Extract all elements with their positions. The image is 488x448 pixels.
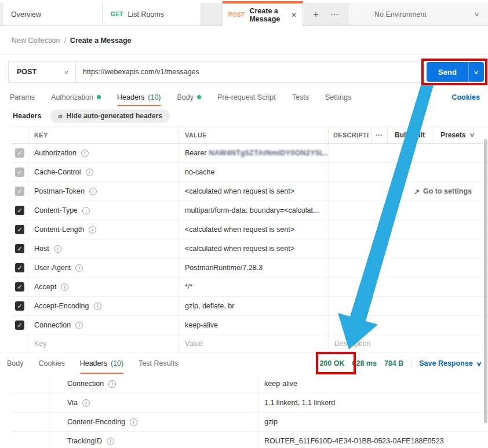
chevron-down-icon: ∨ (474, 69, 479, 75)
postman-window: Overview GET List Rooms POST Create a Me… (0, 0, 488, 448)
response-tab-body[interactable]: Body (7, 352, 24, 374)
tab-label: Headers (80, 359, 107, 367)
row-checkbox[interactable] (15, 187, 24, 196)
column-value: VALUE (179, 126, 328, 143)
go-to-settings-link[interactable]: ↗ Go to settings (413, 187, 472, 196)
header-key: Postman-Token (34, 187, 85, 195)
tab-options-icon[interactable]: ••• (326, 3, 344, 26)
row-checkbox[interactable] (15, 244, 24, 253)
request-tabs: Params Authorization Headers(10) Body Pr… (0, 88, 488, 107)
row-checkbox[interactable] (15, 225, 24, 234)
close-tab-icon[interactable]: ✕ (291, 11, 297, 19)
info-icon: i (54, 245, 61, 253)
hide-headers-label: Hide auto-generated headers (67, 112, 162, 120)
header-value: no-cache (185, 168, 214, 176)
tab-label: Create a Message (249, 7, 285, 23)
tab-label: Tests (292, 93, 309, 101)
chevron-down-icon: ∨ (469, 132, 475, 138)
value-input-placeholder[interactable]: Value (185, 340, 203, 348)
tab-label: Test Results (139, 359, 178, 367)
table-row: Content-Lengthi <calculated when request… (12, 220, 488, 239)
chevron-down-icon: ∨ (63, 69, 69, 75)
tab-tests[interactable]: Tests (292, 88, 309, 107)
header-value: gzip, deflate, br (185, 302, 234, 310)
info-icon: i (75, 322, 83, 329)
row-checkbox[interactable] (15, 167, 24, 177)
tab-params[interactable]: Params (10, 88, 35, 107)
response-headers-count: (10) (111, 359, 123, 367)
presets-dropdown[interactable]: Presets∨ (432, 126, 488, 143)
method-label: POST (17, 68, 37, 76)
row-checkbox[interactable] (15, 148, 24, 158)
description-input-placeholder[interactable]: Description (334, 340, 371, 348)
header-value: */* (185, 283, 192, 291)
send-options-button[interactable]: ∨ (468, 62, 484, 82)
select-all-column (12, 126, 28, 143)
tab-create-a-message[interactable]: POST Create a Message ✕ (222, 1, 303, 26)
row-checkbox[interactable] (15, 206, 24, 215)
post-method-badge: POST (228, 12, 245, 18)
tab-label: Pre-request Script (217, 93, 276, 101)
header-key: TrackingID (67, 437, 102, 445)
tab-pre-request-script[interactable]: Pre-request Script (217, 88, 276, 107)
headers-section-title: Headers (13, 112, 41, 120)
row-checkbox[interactable] (15, 282, 24, 292)
info-icon: i (108, 380, 116, 388)
header-key: Cache-Control (34, 168, 81, 176)
table-row: Accepti */* (12, 278, 488, 297)
tab-body[interactable]: Body (177, 88, 202, 107)
tab-overview[interactable]: Overview (2, 3, 103, 26)
header-value: ROUTER_611F610D-4E34-01BB-0523-0AFE188E0… (264, 437, 444, 445)
info-icon: i (75, 264, 83, 272)
hide-auto-generated-headers-button[interactable]: ⌀ Hide auto-generated headers (50, 110, 170, 123)
response-size: 784 B (384, 359, 403, 367)
status-badge: 200 OK (319, 359, 344, 367)
response-tab-cookies[interactable]: Cookies (39, 352, 65, 374)
tab-label: Params (10, 93, 35, 101)
table-row: Authorizationi BearerNAW4NTg5ZTAtNmIDY0O… (12, 144, 488, 163)
key-input-placeholder[interactable]: Key (34, 340, 47, 348)
table-row: Connectioni keep-alive (12, 374, 488, 394)
method-selector[interactable]: POST ∨ (9, 61, 76, 82)
new-tab-button[interactable]: + (308, 3, 324, 26)
column-options-icon[interactable]: ••• (371, 126, 387, 143)
header-value: Bearer (185, 149, 207, 157)
info-icon: i (81, 150, 89, 157)
header-key: Accept-Encoding (34, 302, 89, 310)
info-icon: i (89, 188, 97, 195)
tab-authorization[interactable]: Authorization (51, 88, 101, 107)
response-tab-test-results[interactable]: Test Results (139, 352, 178, 374)
divider (411, 359, 411, 368)
info-icon: i (130, 418, 137, 426)
chevron-down-icon: ∨ (474, 11, 479, 17)
environment-selector[interactable]: No Environment ∨ (348, 3, 488, 26)
header-key: User-Agent (34, 264, 71, 272)
url-input[interactable]: https://webexapis.com/v1/messages (83, 68, 199, 76)
response-headers-table: Connectioni keep-alive Viai 1.1 linkerd,… (12, 374, 488, 448)
header-value: keep-alive (264, 380, 297, 388)
tab-headers[interactable]: Headers(10) (117, 88, 161, 107)
row-checkbox[interactable] (15, 263, 24, 272)
row-checkbox[interactable] (15, 320, 24, 330)
response-tab-headers[interactable]: Headers(10) (80, 352, 123, 374)
tab-label: Body (7, 359, 24, 367)
headers-table-body: Authorizationi BearerNAW4NTg5ZTAtNmIDY0O… (12, 144, 488, 352)
bulk-edit-button[interactable]: Bulk Edit (387, 126, 432, 143)
redacted-token: NAW4NTg5ZTAtNmIDY0ON2Y5L.. (209, 149, 328, 157)
info-icon: i (82, 399, 90, 407)
cookies-link[interactable]: Cookies (451, 88, 480, 107)
vertical-scrollbar[interactable] (484, 139, 487, 423)
tab-settings[interactable]: Settings (325, 88, 351, 107)
tab-label: Headers (117, 93, 144, 101)
header-value: keep-alive (185, 321, 218, 329)
breadcrumb-row: New Collection / Create a Message Save ∨… (0, 26, 488, 55)
send-button[interactable]: Send (427, 62, 468, 82)
get-method-badge: GET (111, 11, 123, 17)
tab-list-rooms[interactable]: GET List Rooms (103, 3, 201, 26)
header-value: 1.1 linkerd, 1.1 linkerd (264, 399, 335, 407)
save-response-button[interactable]: Save Response ∨ (419, 359, 481, 367)
row-checkbox[interactable] (15, 301, 24, 311)
table-row: Postman-Tokeni <calculated when request … (12, 182, 488, 201)
breadcrumb-separator: / (64, 37, 65, 45)
breadcrumb-collection[interactable]: New Collection (12, 37, 60, 45)
